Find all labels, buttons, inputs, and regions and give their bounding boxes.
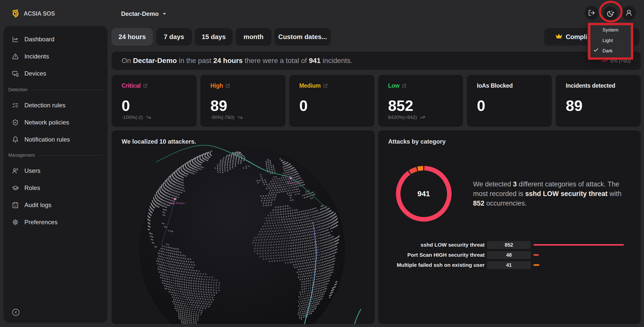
svg-text:12: 12 xyxy=(14,205,17,207)
svg-text:Kings Lynn: Kings Lynn xyxy=(287,181,300,184)
svg-text:North Bergen: North Bergen xyxy=(169,202,185,205)
